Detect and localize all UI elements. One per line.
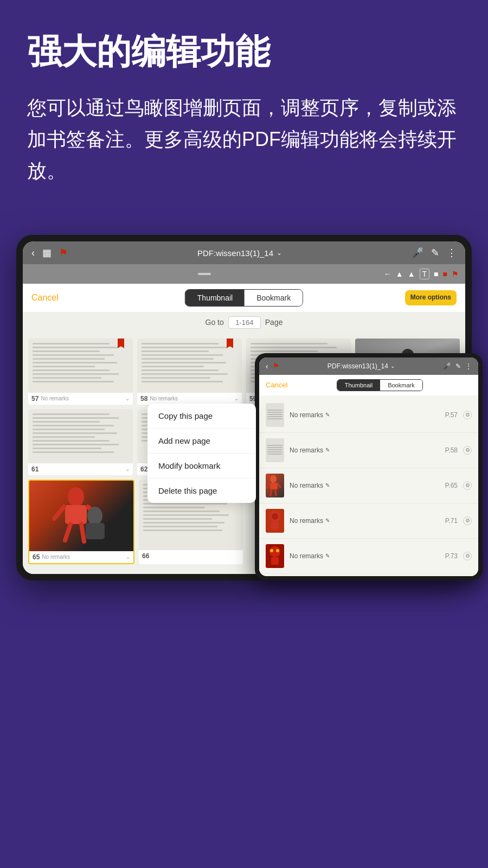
topbar-left: ‹ ▦ ⚑ — [31, 247, 68, 259]
second-bookmark-icon[interactable]: ⚑ — [273, 362, 279, 370]
bookmark-thumb-57 — [266, 403, 284, 427]
svg-line-8 — [54, 507, 64, 519]
hero-description: 您可以通过鸟瞰图增删页面，调整页序，复制或添加书签备注。更多高级的PDF编辑功能… — [27, 92, 461, 186]
more-icon[interactable]: ⋮ — [447, 247, 457, 259]
second-dropdown-icon[interactable]: ⌄ — [390, 363, 395, 369]
settings-icon[interactable]: ⚙ — [463, 552, 472, 560]
chevron-down-icon[interactable]: ⌄ — [125, 395, 130, 401]
bookmark-illus-73 — [266, 544, 284, 568]
menu-item-modify[interactable]: Modify bookmark — [147, 454, 256, 478]
menu-item-copy[interactable]: Copy this page — [147, 404, 256, 429]
toolbar-icon3[interactable]: T — [420, 269, 430, 279]
chevron-down-icon[interactable]: ⌄ — [234, 395, 239, 401]
chevron-down-icon[interactable]: ⌄ — [126, 554, 130, 560]
page-label: Page — [265, 318, 283, 327]
menu-item-add[interactable]: Add new page — [147, 429, 256, 454]
bookmark-illus-71 — [266, 509, 284, 533]
page-input[interactable] — [228, 316, 261, 329]
svg-line-17 — [278, 483, 280, 487]
settings-icon[interactable]: ⚙ — [463, 411, 472, 419]
topbar-title: PDF:wissen13(1)_14 ⌄ — [74, 248, 405, 258]
svg-rect-26 — [271, 557, 279, 565]
tab-group: Thumbnail Bookmark — [185, 289, 303, 307]
toolbar-icon2[interactable]: ▲ — [408, 270, 415, 278]
bookmark-list: No remarks ✎ P.57 ⚙ — [259, 395, 478, 576]
bookmark-info-71: No remarks ✎ — [290, 517, 440, 525]
second-mic-icon[interactable]: 🎤 — [443, 362, 451, 370]
bookmark-thumb-73 — [266, 544, 284, 568]
edit-icon[interactable]: ✎ — [325, 482, 330, 488]
svg-rect-13 — [86, 523, 105, 539]
toolbar-icon4[interactable]: ■ — [434, 270, 438, 278]
grid-icon[interactable]: ▦ — [42, 247, 52, 259]
svg-point-24 — [270, 549, 273, 552]
svg-point-21 — [272, 513, 278, 520]
settings-icon[interactable]: ⚙ — [463, 446, 472, 455]
second-topbar-title: PDF:wissen13(1)_14 ⌄ — [284, 362, 439, 370]
second-cancel-button[interactable]: Cancel — [266, 381, 287, 389]
toolbar-bookmark-red[interactable]: ⚑ — [452, 270, 459, 278]
table-row[interactable]: 58 No remarks ⌄ — [137, 339, 242, 405]
second-tab-bookmark[interactable]: Bookmark — [380, 380, 422, 391]
toolbar-highlight[interactable]: ■ — [443, 270, 447, 278]
list-item[interactable]: No remarks ✎ P.58 ⚙ — [259, 433, 478, 468]
second-more-icon[interactable]: ⋮ — [465, 362, 472, 370]
svg-line-19 — [275, 489, 276, 495]
list-item[interactable]: No remarks ✎ P.73 ⚙ — [259, 539, 478, 574]
table-row[interactable]: 61 ⌄ — [28, 409, 133, 475]
tab-thumbnail[interactable]: Thumbnail — [185, 290, 245, 306]
thumb-image-58 — [137, 339, 242, 393]
dropdown-icon[interactable]: ⌄ — [277, 249, 282, 257]
svg-line-18 — [271, 489, 272, 495]
list-item[interactable]: No remarks ✎ P.71 ⚙ — [259, 503, 478, 539]
thumb-image-57 — [28, 339, 133, 393]
table-row[interactable]: 57 No remarks ⌄ — [28, 339, 133, 405]
list-item[interactable]: No remarks ✎ P.65 ⚙ — [259, 468, 478, 503]
second-back-icon[interactable]: ‹ — [266, 362, 268, 371]
svg-point-6 — [68, 487, 84, 507]
hero-title: 强大的编辑功能 — [27, 33, 461, 71]
svg-line-11 — [81, 524, 84, 541]
svg-line-16 — [267, 483, 269, 488]
bookmark-thumb-65 — [266, 474, 284, 497]
context-menu: Copy this page Add new page Modify bookm… — [147, 404, 256, 503]
more-options-button[interactable]: More options — [405, 290, 457, 305]
svg-rect-7 — [65, 505, 87, 524]
second-screen: ‹ ⚑ PDF:wissen13(1)_14 ⌄ 🎤 ✎ ⋮ Cancel Th… — [259, 358, 478, 576]
second-header: Cancel Thumbnail Bookmark — [259, 375, 478, 395]
second-tablet: ‹ ⚑ PDF:wissen13(1)_14 ⌄ 🎤 ✎ ⋮ Cancel Th… — [255, 353, 483, 580]
svg-rect-15 — [270, 483, 278, 489]
menu-item-delete[interactable]: Delete this page — [147, 478, 256, 503]
settings-icon[interactable]: ⚙ — [463, 516, 472, 525]
topbar-right: 🎤 ✎ ⋮ — [412, 247, 457, 259]
thumb-image-65 — [29, 481, 133, 551]
second-pen-icon[interactable]: ✎ — [455, 362, 461, 370]
back-icon[interactable]: ‹ — [31, 247, 35, 259]
settings-icon[interactable]: ⚙ — [463, 481, 472, 490]
thumb-footer-58: 58 No remarks ⌄ — [137, 393, 242, 405]
table-row[interactable]: 65 No remarks ⌄ — [28, 480, 134, 564]
thumb-image-61 — [28, 409, 133, 463]
toolbar-undo[interactable]: ← — [384, 270, 391, 278]
thumb-footer-65: 65 No remarks ⌄ — [29, 551, 133, 563]
chevron-down-icon[interactable]: ⌄ — [125, 466, 130, 472]
second-tab-thumbnail[interactable]: Thumbnail — [337, 380, 380, 391]
bookmark-info-65: No remarks ✎ — [290, 482, 440, 489]
bookmark-illus-65 — [266, 474, 284, 497]
toolbar-strip: ← ▲ ▲ T ■ ■ ⚑ — [23, 264, 465, 284]
bookmark-icon-red[interactable]: ⚑ — [59, 247, 68, 259]
svg-point-14 — [270, 475, 277, 483]
cancel-button[interactable]: Cancel — [31, 293, 59, 303]
edit-icon[interactable]: ✎ — [325, 412, 330, 418]
mic-icon[interactable]: 🎤 — [412, 247, 423, 259]
edit-icon[interactable]: ✎ — [325, 447, 330, 453]
pen-icon[interactable]: ✎ — [431, 247, 439, 259]
toolbar-icon1[interactable]: ▲ — [396, 270, 403, 278]
tab-bookmark[interactable]: Bookmark — [245, 290, 303, 306]
svg-point-25 — [276, 549, 279, 552]
edit-icon[interactable]: ✎ — [325, 518, 330, 524]
edit-icon[interactable]: ✎ — [325, 553, 330, 559]
list-item[interactable]: No remarks ✎ P.57 ⚙ — [259, 398, 478, 433]
second-topbar: ‹ ⚑ PDF:wissen13(1)_14 ⌄ 🎤 ✎ ⋮ — [259, 358, 478, 375]
thumbnail-header: Cancel Thumbnail Bookmark More options — [23, 284, 465, 312]
